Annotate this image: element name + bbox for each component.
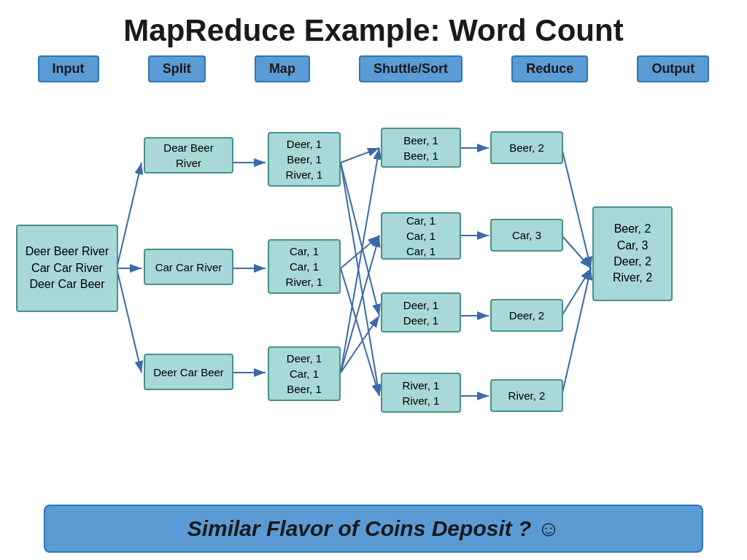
header-input: Input (38, 55, 99, 82)
header-shuttle: Shuttle/Sort (359, 55, 462, 82)
map-box-2: Car, 1 Car, 1 River, 1 (268, 239, 341, 294)
svg-line-1 (117, 163, 142, 268)
diagram: Deer Beer River Car Car River Deer Car B… (9, 90, 738, 498)
header-reduce: Reduce (511, 55, 588, 82)
shuttle-box-1: Beer, 1 Beer, 1 (381, 128, 461, 168)
header-output: Output (637, 55, 709, 82)
shuttle-box-3: Deer, 1 Deer, 1 (381, 292, 461, 332)
page-title: MapReduce Example: Word Count (0, 0, 747, 55)
split-box-1: Dear Beer River (144, 137, 233, 174)
reduce-box-4: River, 2 (490, 379, 563, 412)
bottom-banner-text: Similar Flavor of Coins Deposit ? ☺ (187, 516, 560, 540)
svg-line-13 (341, 236, 379, 373)
svg-line-3 (117, 268, 142, 373)
split-box-2: Car Car River (144, 249, 233, 285)
svg-line-19 (562, 148, 591, 268)
reduce-box-3: Deer, 2 (490, 299, 563, 332)
svg-line-21 (562, 268, 591, 316)
svg-line-9 (341, 163, 379, 396)
svg-line-10 (341, 236, 379, 268)
svg-line-20 (562, 236, 591, 268)
stage-headers: Input Split Map Shuttle/Sort Reduce Outp… (0, 55, 747, 82)
svg-line-11 (341, 268, 379, 396)
shuttle-box-2: Car, 1 Car, 1 Car, 1 (381, 212, 461, 260)
svg-line-22 (562, 268, 591, 396)
map-box-3: Deer, 1 Car, 1 Beer, 1 (268, 346, 341, 401)
split-box-3: Deer Car Beer (144, 354, 233, 390)
output-box: Beer, 2 Car, 3 Deer, 2 River, 2 (592, 206, 673, 301)
bottom-banner: Similar Flavor of Coins Deposit ? ☺ (44, 505, 703, 553)
svg-line-7 (341, 148, 379, 163)
map-box-1: Deer, 1 Beer, 1 River, 1 (268, 132, 341, 187)
svg-line-8 (341, 163, 379, 316)
input-box: Deer Beer River Car Car River Deer Car B… (16, 225, 118, 312)
reduce-box-1: Beer, 2 (490, 131, 563, 164)
svg-line-12 (341, 148, 379, 373)
shuttle-box-4: River, 1 River, 1 (381, 373, 461, 413)
header-map: Map (255, 55, 310, 82)
svg-line-14 (341, 316, 379, 373)
header-split: Split (148, 55, 206, 82)
reduce-box-2: Car, 3 (490, 219, 563, 252)
